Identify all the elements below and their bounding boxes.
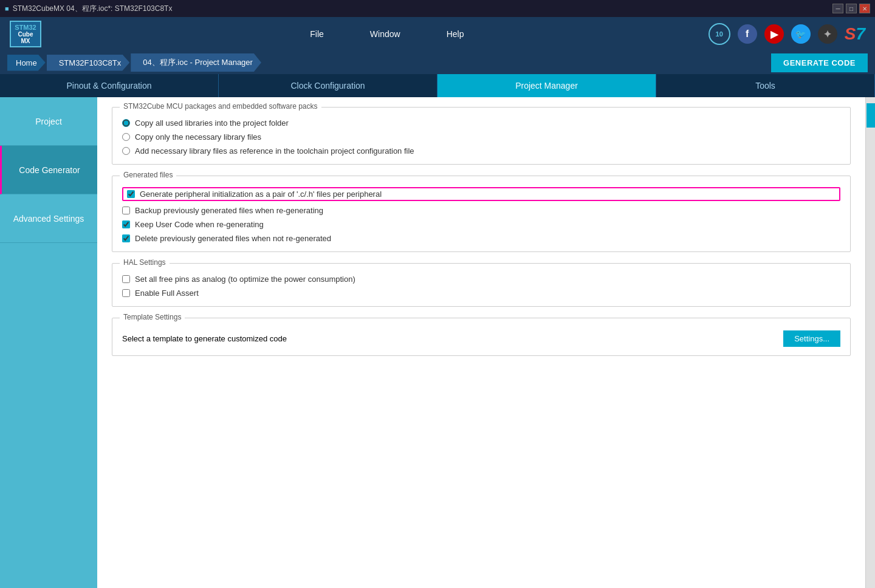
mcu-packages-legend: STM32Cube MCU packages and embedded soft… bbox=[120, 102, 321, 111]
menu-window[interactable]: Window bbox=[365, 27, 405, 41]
title-text: STM32CubeMX 04、程序.ioc*: STM32F103C8Tx bbox=[13, 4, 173, 14]
sidebar-item-project[interactable]: Project bbox=[0, 97, 97, 146]
tab-tools[interactable]: Tools bbox=[656, 74, 875, 97]
sidebar-item-code-generator[interactable]: Code Generator bbox=[0, 146, 97, 194]
gen-checkbox-0[interactable] bbox=[127, 190, 135, 198]
breadcrumb-home[interactable]: Home bbox=[7, 55, 46, 71]
hal-checkbox-0[interactable] bbox=[122, 275, 130, 283]
mcu-packages-section: STM32Cube MCU packages and embedded soft… bbox=[112, 107, 851, 165]
mcu-radio-0[interactable] bbox=[122, 119, 130, 127]
tab-clock[interactable]: Clock Configuration bbox=[219, 74, 437, 97]
gen-checkbox-1[interactable] bbox=[122, 207, 130, 214]
app-icon: ■ bbox=[5, 5, 9, 12]
twitter-icon[interactable]: 🐦 bbox=[791, 24, 811, 44]
template-settings-button[interactable]: Settings... bbox=[783, 330, 840, 347]
breadcrumb-bar: Home STM32F103C8Tx 04、程序.ioc - Project M… bbox=[0, 51, 875, 74]
menu-file[interactable]: File bbox=[305, 27, 329, 41]
gen-checkbox-2[interactable] bbox=[122, 220, 130, 228]
main-layout: Project Code Generator Advanced Settings… bbox=[0, 97, 875, 588]
gen-option-3[interactable]: Delete previously generated files when n… bbox=[122, 234, 840, 243]
hal-settings-legend: HAL Settings bbox=[120, 258, 170, 267]
version-circle: 10 bbox=[709, 23, 730, 45]
mcu-packages-options: Copy all used libraries into the project… bbox=[122, 118, 840, 156]
menu-bar: STM32 Cube MX File Window Help 10 f ▶ 🐦 … bbox=[0, 17, 875, 51]
scrollbar-thumb[interactable] bbox=[866, 103, 875, 128]
minimize-button[interactable]: ─ bbox=[832, 4, 843, 13]
tab-project-manager[interactable]: Project Manager bbox=[437, 74, 656, 97]
vertical-scrollbar[interactable] bbox=[865, 97, 875, 588]
gen-option-2[interactable]: Keep User Code when re-generating bbox=[122, 220, 840, 229]
social-icons: 10 f ▶ 🐦 ✦ S7 bbox=[709, 23, 865, 45]
hal-option-0[interactable]: Set all free pins as analog (to optimize… bbox=[122, 275, 840, 284]
youtube-icon[interactable]: ▶ bbox=[764, 24, 784, 44]
sidebar: Project Code Generator Advanced Settings bbox=[0, 97, 97, 588]
app-logo: STM32 Cube MX bbox=[10, 21, 41, 47]
hal-checkbox-1[interactable] bbox=[122, 289, 130, 297]
generated-files-options: Generate peripheral initialization as a … bbox=[122, 187, 840, 243]
facebook-icon[interactable]: f bbox=[738, 24, 757, 44]
menu-items: File Window Help bbox=[66, 27, 709, 41]
sidebar-item-advanced-settings[interactable]: Advanced Settings bbox=[0, 194, 97, 243]
breadcrumb-project[interactable]: 04、程序.ioc - Project Manager bbox=[131, 53, 261, 72]
close-button[interactable]: ✕ bbox=[859, 4, 870, 13]
version-label: 10 bbox=[716, 30, 723, 38]
hal-settings-options: Set all free pins as analog (to optimize… bbox=[122, 275, 840, 298]
st-logo: S7 bbox=[845, 24, 865, 44]
window-controls[interactable]: ─ □ ✕ bbox=[832, 4, 870, 13]
menu-help[interactable]: Help bbox=[442, 27, 469, 41]
gen-option-0[interactable]: Generate peripheral initialization as a … bbox=[122, 187, 840, 201]
template-description: Select a template to generate customized… bbox=[122, 334, 287, 343]
content-area: STM32Cube MCU packages and embedded soft… bbox=[97, 97, 865, 588]
tab-bar: Pinout & Configuration Clock Configurati… bbox=[0, 74, 875, 97]
template-settings-legend: Template Settings bbox=[120, 313, 185, 321]
mcu-option-1[interactable]: Copy only the necessary library files bbox=[122, 132, 840, 142]
generated-files-section: Generated files Generate peripheral init… bbox=[112, 176, 851, 252]
generate-code-button[interactable]: GENERATE CODE bbox=[771, 53, 868, 72]
network-icon[interactable]: ✦ bbox=[818, 24, 837, 44]
maximize-button[interactable]: □ bbox=[846, 4, 857, 13]
generated-files-legend: Generated files bbox=[120, 171, 176, 179]
tab-pinout[interactable]: Pinout & Configuration bbox=[0, 74, 219, 97]
logo-area: STM32 Cube MX bbox=[10, 21, 41, 47]
hal-settings-section: HAL Settings Set all free pins as analog… bbox=[112, 263, 851, 307]
mcu-radio-1[interactable] bbox=[122, 133, 130, 141]
template-settings-row: Select a template to generate customized… bbox=[122, 330, 840, 347]
title-bar-left: ■ STM32CubeMX 04、程序.ioc*: STM32F103C8Tx bbox=[5, 4, 172, 14]
template-settings-section: Template Settings Select a template to g… bbox=[112, 318, 851, 356]
hal-option-1[interactable]: Enable Full Assert bbox=[122, 289, 840, 298]
mcu-radio-2[interactable] bbox=[122, 147, 130, 155]
mcu-option-2[interactable]: Add necessary library files as reference… bbox=[122, 146, 840, 156]
breadcrumb-mcu[interactable]: STM32F103C8Tx bbox=[47, 55, 130, 71]
mcu-option-0[interactable]: Copy all used libraries into the project… bbox=[122, 118, 840, 128]
title-bar: ■ STM32CubeMX 04、程序.ioc*: STM32F103C8Tx … bbox=[0, 0, 875, 17]
gen-option-1[interactable]: Backup previously generated files when r… bbox=[122, 206, 840, 215]
gen-checkbox-3[interactable] bbox=[122, 234, 130, 242]
